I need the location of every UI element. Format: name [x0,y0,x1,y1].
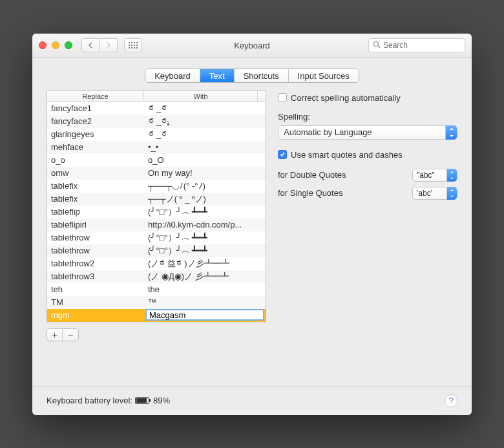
cell-with[interactable]: (╯°□°）╯︵ ┻━┻ [144,206,266,219]
svg-line-1 [378,46,380,48]
table-row[interactable]: mehface•_• [47,141,266,154]
search-input[interactable] [383,41,472,50]
tab-text[interactable]: Text [200,69,235,82]
table-row[interactable]: o_oo_O [47,154,266,167]
column-header-with[interactable]: With [144,91,258,101]
table-row[interactable]: omwOn my way! [47,167,266,180]
search-icon [373,41,381,50]
single-quotes-select[interactable]: 'abc' [412,187,457,200]
cell-with[interactable]: On my way! [144,167,266,180]
cell-with-editing[interactable]: Macgasm [144,309,266,322]
cell-with[interactable]: •_• [144,141,266,154]
table-row[interactable]: tablefix┬─┬ノ( º _ ºノ) [47,193,266,206]
cell-with[interactable]: (ノಠ益ಠ)ノ彡┻━┻ [144,257,266,270]
remove-button[interactable]: − [63,329,78,341]
cell-replace[interactable]: tableflip [47,206,144,219]
table-row[interactable]: fancyface1ಠ_ಠ [47,102,266,115]
close-button[interactable] [39,41,47,49]
table-row[interactable]: tablethrow(╯°□°）╯︵ ┻━┻ [47,231,266,244]
double-quotes-select[interactable]: "abc" [412,169,457,182]
battery-icon [135,397,149,404]
battery-status: 89% [135,396,170,405]
cell-replace[interactable]: tablefix [47,193,144,206]
replacements-table[interactable]: Replace With fancyface1ಠ_ಠfancyface2ಠ_ರೃ… [47,91,266,323]
spelling-label: Spelling: [278,112,457,122]
forward-button[interactable] [100,38,118,52]
cell-with[interactable]: (╯°□°）╯︵ ┻━┻ [144,231,266,244]
cell-replace[interactable]: mgm [47,309,144,322]
back-button[interactable] [81,38,100,52]
zoom-button[interactable] [65,41,72,49]
table-row[interactable]: fancyface2ಠ_ರೃ [47,115,266,128]
cell-replace[interactable]: tablethrow3 [47,270,144,283]
tab-shortcuts[interactable]: Shortcuts [235,69,289,82]
table-row[interactable]: tablethrow(╯°□°）╯︵ ┻━┻ [47,244,266,257]
help-button[interactable]: ? [445,394,457,407]
cell-replace[interactable]: mehface [47,141,144,154]
cell-replace[interactable]: o_o [47,154,144,167]
cell-with[interactable]: the [144,283,266,296]
double-quotes-value: "abc" [417,171,435,180]
correct-spelling-row[interactable]: Correct spelling automatically [278,93,457,103]
single-quotes-value: 'abc' [417,189,432,198]
with-edit-input[interactable]: Macgasm [145,309,264,321]
cell-with[interactable]: ಠ_ಠ [144,102,266,115]
correct-spelling-checkbox[interactable] [278,93,287,102]
cell-replace[interactable]: tablefix [47,180,144,193]
spelling-value: Automatic by Language [284,127,372,137]
table-row[interactable]: TM™ [47,296,266,309]
content-area: Replace With fancyface1ಠ_ಠfancyface2ಠ_ರೃ… [32,91,472,386]
window-controls [39,41,72,49]
search-field-wrap[interactable] [368,38,465,52]
replacements-pane: Replace With fancyface1ಠ_ಠfancyface2ಠ_ರೃ… [47,91,266,379]
cell-with[interactable]: (ノ ◉Д◉)ノ 彡┻━┻ [144,270,266,283]
tab-bar: KeyboardTextShortcutsInput Sources [32,58,472,91]
table-body[interactable]: fancyface1ಠ_ಠfancyface2ಠ_ರೃglaringeyesಠ_… [47,102,266,323]
cell-replace[interactable]: fancyface1 [47,102,144,115]
table-row[interactable]: tableflip(╯°□°）╯︵ ┻━┻ [47,206,266,219]
cell-replace[interactable]: omw [47,167,144,180]
cell-replace[interactable]: TM [47,296,144,309]
table-row[interactable]: tablefix┬──┬◡ﾉ(° -°ﾉ) [47,180,266,193]
table-row[interactable]: glaringeyesಠ_ಠ [47,128,266,141]
double-quotes-row: for Double Quotes "abc" [278,169,457,182]
cell-with[interactable]: (╯°□°）╯︵ ┻━┻ [144,244,266,257]
single-quotes-label: for Single Quotes [278,188,342,198]
show-all-button[interactable] [124,38,142,52]
footer: Keyboard battery level: 89% ? [32,386,472,415]
table-row[interactable]: tehthe [47,283,266,296]
select-stepper-icon [446,169,457,182]
table-row[interactable]: tableflipirlhttp://i0.kym-cdn.com/p... [47,219,266,231]
tab-input-sources[interactable]: Input Sources [289,69,359,82]
cell-with[interactable]: http://i0.kym-cdn.com/p... [144,219,266,231]
table-row-editing[interactable]: mgmMacgasm [47,309,266,322]
tab-keyboard[interactable]: Keyboard [145,69,200,82]
battery-label: Keyboard battery level: [47,396,132,405]
minimize-button[interactable] [52,41,59,49]
grid-icon [129,42,138,48]
cell-replace[interactable]: tablethrow2 [47,257,144,270]
cell-with[interactable]: ಠ_ಠ [144,128,266,141]
cell-replace[interactable]: fancyface2 [47,115,144,128]
table-row[interactable]: tablethrow2(ノಠ益ಠ)ノ彡┻━┻ [47,257,266,270]
cell-with[interactable]: o_O [144,154,266,167]
smart-quotes-checkbox[interactable] [278,150,287,159]
add-button[interactable]: + [47,329,63,341]
cell-with[interactable]: ™ [144,296,266,309]
spelling-select[interactable]: Automatic by Language [278,125,457,140]
table-row[interactable]: tablethrow3(ノ ◉Д◉)ノ 彡┻━┻ [47,270,266,283]
column-header-replace[interactable]: Replace [47,91,144,101]
add-remove-controls: + − [47,328,266,341]
cell-replace[interactable]: glaringeyes [47,128,144,141]
cell-with[interactable]: ಠ_ರೃ [144,115,266,128]
cell-with[interactable]: ┬──┬◡ﾉ(° -°ﾉ) [144,180,266,193]
cell-replace[interactable]: tablethrow [47,244,144,257]
cell-replace[interactable]: tableflipirl [47,219,144,231]
options-pane: Correct spelling automatically Spelling:… [278,91,457,379]
smart-quotes-row[interactable]: Use smart quotes and dashes [278,150,457,160]
cell-replace[interactable]: tablethrow [47,231,144,244]
smart-quotes-label: Use smart quotes and dashes [291,150,403,160]
cell-replace[interactable]: teh [47,283,144,296]
cell-with[interactable]: ┬─┬ノ( º _ ºノ) [144,193,266,206]
double-quotes-label: for Double Quotes [278,170,346,180]
